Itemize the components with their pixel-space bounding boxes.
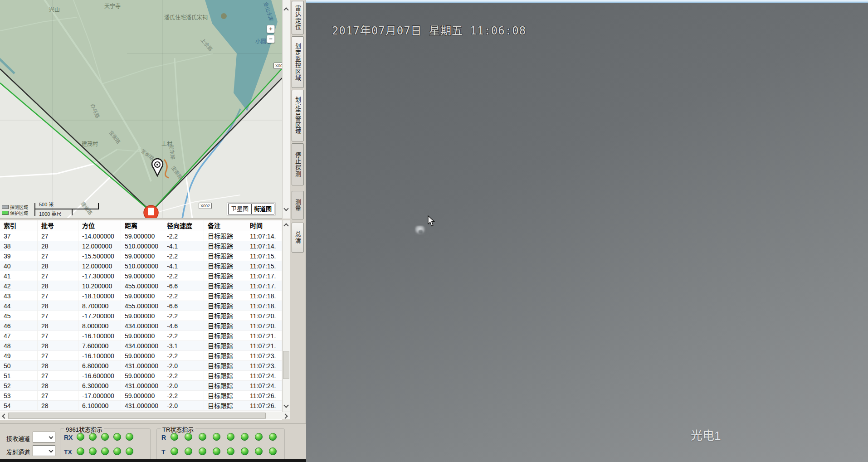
scroll-down-icon[interactable] — [283, 206, 288, 211]
table-row[interactable]: 47 27 -16.100000 59.000000 -2.2 目标跟踪 11:… — [0, 331, 282, 341]
track-table: 索引 批号 方位 距离 径向速度 备注 时间 37 27 -14.000000 … — [0, 220, 282, 420]
r-led-icon — [241, 433, 249, 441]
map-zoom-in-button[interactable]: + — [267, 25, 275, 33]
radar-site-marker[interactable] — [144, 205, 158, 219]
table-row[interactable]: 51 27 -16.600000 59.000000 -2.2 目标跟踪 11:… — [0, 371, 282, 381]
cell-azimuth: 10.200000 — [78, 281, 121, 291]
table-row[interactable]: 38 28 12.000000 510.000000 -4.1 目标跟踪 11:… — [0, 241, 282, 251]
table-row[interactable]: 44 28 8.700000 455.000000 -6.6 目标跟踪 11:0… — [0, 301, 282, 311]
cell-time: 11:07:21. — [246, 341, 282, 350]
col-header-time[interactable]: 时间 — [246, 220, 282, 231]
cell-azimuth: 12.000000 — [78, 241, 121, 251]
cell-azimuth: -18.100000 — [78, 291, 121, 301]
cell-index: 40 — [0, 261, 38, 271]
cell-radialspeed: -2.0 — [163, 401, 204, 410]
table-row[interactable]: 43 27 -18.100000 59.000000 -2.2 目标跟踪 11:… — [0, 291, 282, 301]
t-led-icon — [227, 447, 234, 455]
cell-batch: 27 — [38, 311, 78, 321]
col-header-radialspeed[interactable]: 径向速度 — [163, 220, 204, 231]
map-zoom-out-button[interactable]: − — [267, 35, 275, 43]
stop-detection-button[interactable]: 停止探测 — [292, 143, 304, 185]
table-row[interactable]: 53 27 -17.000000 59.000000 -2.2 目标跟踪 11:… — [0, 391, 282, 401]
r-led-icon — [199, 433, 206, 441]
table-row[interactable]: 50 28 6.800000 431.000000 -2.0 目标跟踪 11:0… — [0, 361, 282, 371]
street-map-button[interactable]: 街道图 — [251, 204, 274, 214]
t-led-icon — [185, 447, 192, 455]
cell-remark: 目标跟踪 — [204, 311, 246, 321]
table-header: 索引 批号 方位 距离 径向速度 备注 时间 — [0, 220, 282, 231]
table-row[interactable]: 42 28 10.200000 455.000000 -6.6 目标跟踪 11:… — [0, 281, 282, 291]
cell-distance: 59.000000 — [121, 271, 163, 281]
scroll-down-icon[interactable] — [283, 403, 288, 408]
cell-batch: 28 — [38, 301, 78, 311]
col-header-remark[interactable]: 备注 — [204, 220, 246, 231]
cell-azimuth: 7.600000 — [78, 341, 121, 350]
define-alert-area-button[interactable]: 划定告警区域 — [292, 90, 304, 141]
table-row[interactable]: 54 28 6.100000 431.000000 -2.0 目标跟踪 11:0… — [0, 401, 282, 411]
transmit-channel-select[interactable] — [33, 445, 55, 456]
col-header-azimuth[interactable]: 方位 — [78, 220, 121, 231]
table-row[interactable]: 46 28 8.000000 434.000000 -4.6 目标跟踪 11:0… — [0, 321, 282, 331]
table-row[interactable]: 39 27 -15.500000 59.000000 -2.2 目标跟踪 11:… — [0, 251, 282, 261]
cell-remark: 目标跟踪 — [204, 361, 246, 370]
clear-all-button[interactable]: 总清 — [292, 223, 304, 253]
table-hscrollbar[interactable] — [0, 412, 290, 419]
protect-area-swatch — [2, 211, 9, 215]
cell-distance: 455.000000 — [121, 301, 163, 311]
col-header-batch[interactable]: 批号 — [38, 220, 78, 231]
cell-azimuth: -14.000000 — [78, 231, 121, 241]
cell-index: 43 — [0, 291, 38, 301]
cell-remark: 目标跟踪 — [204, 291, 246, 301]
group-9361-title: 9361状态指示 — [64, 425, 104, 433]
cell-radialspeed: -2.0 — [163, 361, 204, 370]
rx-led-icon — [113, 433, 121, 441]
radar-locate-button[interactable]: 雷达定位 — [292, 1, 304, 34]
r-led-icon — [171, 433, 178, 441]
cell-remark: 目标跟踪 — [204, 271, 246, 281]
cell-batch: 27 — [38, 251, 78, 261]
vscroll-thumb[interactable] — [283, 351, 289, 379]
scroll-left-icon[interactable] — [2, 413, 7, 418]
table-row[interactable]: 45 27 -17.200000 59.000000 -2.2 目标跟踪 11:… — [0, 311, 282, 321]
table-vscrollbar[interactable] — [282, 220, 290, 412]
cell-distance: 59.000000 — [121, 391, 163, 400]
define-monitor-area-button[interactable]: 划定监控区域 — [292, 36, 304, 88]
cell-time: 11:07:23. — [246, 361, 282, 370]
cell-remark: 目标跟踪 — [204, 301, 246, 311]
table-row[interactable]: 52 28 6.300000 431.000000 -2.0 目标跟踪 11:0… — [0, 381, 282, 391]
table-row[interactable]: 40 28 12.000000 510.000000 -4.1 目标跟踪 11:… — [0, 261, 282, 271]
table-row[interactable]: 41 27 -17.300000 59.000000 -2.2 目标跟踪 11:… — [0, 271, 282, 281]
cell-time: 11:07:24. — [246, 371, 282, 380]
table-row[interactable]: 49 27 -16.100000 59.000000 -2.2 目标跟踪 11:… — [0, 351, 282, 361]
cell-azimuth: 6.300000 — [78, 381, 121, 390]
transmit-channel-label: 发射通道 — [6, 447, 30, 456]
cell-time: 11:07:20. — [246, 321, 282, 331]
hscroll-thumb[interactable] — [8, 413, 266, 419]
cell-distance: 59.000000 — [121, 311, 163, 321]
chevron-down-icon — [49, 448, 54, 453]
t-led-icon — [213, 447, 220, 455]
receive-channel-select[interactable] — [33, 432, 55, 443]
cell-index: 49 — [0, 351, 38, 360]
measure-button[interactable]: 测量 — [292, 191, 304, 219]
map-view[interactable]: 兴山 天宁寺 潘氏住宅潘氏宋祠 金山水库 小圆墩 上佘路 办乌路 宝衡路 宝衡路… — [0, 0, 282, 219]
col-header-distance[interactable]: 距离 — [121, 220, 163, 231]
tx-led-icon — [77, 447, 84, 455]
video-feed[interactable]: 2017年07月07日 星期五 11:06:08 光电1 — [306, 0, 868, 462]
scroll-up-icon[interactable] — [283, 223, 288, 228]
scroll-up-icon[interactable] — [283, 7, 288, 12]
cell-index: 47 — [0, 331, 38, 340]
scroll-right-icon[interactable] — [283, 413, 288, 418]
cell-index: 42 — [0, 281, 38, 291]
satellite-map-button[interactable]: 卫星图 — [228, 204, 251, 214]
table-row[interactable]: 48 28 7.600000 434.000000 -3.1 目标跟踪 11:0… — [0, 341, 282, 351]
map-scrollbar[interactable] — [282, 0, 290, 219]
cell-remark: 目标跟踪 — [204, 231, 246, 241]
status-group-tr: TR状态指示 R T — [156, 428, 285, 460]
rx-label: RX — [64, 434, 73, 441]
col-header-index[interactable]: 索引 — [0, 220, 38, 231]
cell-radialspeed: -4.1 — [163, 261, 204, 271]
tx-led-icon — [89, 447, 97, 455]
table-row[interactable]: 37 27 -14.000000 59.000000 -2.2 目标跟踪 11:… — [0, 231, 282, 241]
status-group-9361: 9361状态指示 RX TX — [60, 428, 151, 460]
